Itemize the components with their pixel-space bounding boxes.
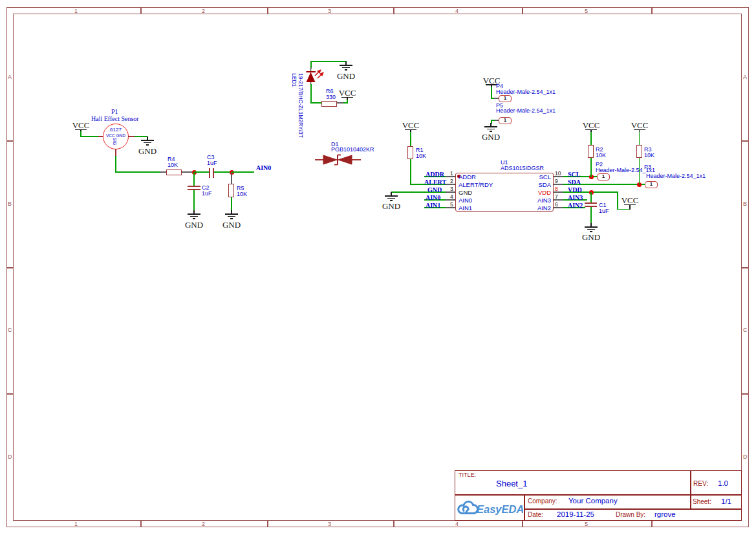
frame-tick bbox=[140, 7, 142, 14]
header-P5-pin[interactable]: 1 bbox=[499, 117, 512, 124]
c1-value[interactable]: 1uF bbox=[599, 208, 609, 214]
wire[interactable] bbox=[590, 192, 592, 202]
resistor-R6[interactable] bbox=[321, 101, 337, 107]
gnd-symbol[interactable] bbox=[484, 123, 497, 132]
hall-name[interactable]: Hall Effect Sensor bbox=[91, 115, 139, 122]
frame-tick bbox=[742, 267, 749, 268]
gnd-symbol[interactable] bbox=[340, 61, 352, 71]
led1-ref[interactable]: LED1 bbox=[291, 73, 297, 87]
resistor-R3[interactable] bbox=[636, 145, 642, 158]
rev-label: REV: bbox=[693, 480, 708, 487]
wire[interactable] bbox=[193, 190, 195, 210]
u1-value[interactable]: ADS1015IDGSR bbox=[501, 165, 544, 171]
resistor-R4[interactable] bbox=[166, 169, 182, 175]
wire[interactable] bbox=[347, 99, 348, 104]
net-label-ain2[interactable]: AIN2 bbox=[568, 202, 583, 209]
net-label-vdd[interactable]: VDD bbox=[568, 186, 582, 193]
wire[interactable] bbox=[590, 207, 592, 224]
resistor-R1[interactable] bbox=[407, 146, 413, 159]
sheet-title[interactable]: Sheet_1 bbox=[496, 479, 527, 488]
wire[interactable] bbox=[194, 171, 209, 173]
p5-value[interactable]: Header-Male-2.54_1x1 bbox=[496, 107, 556, 114]
r4-value[interactable]: 10K bbox=[167, 162, 178, 168]
c3-value[interactable]: 1uF bbox=[207, 160, 217, 166]
capacitor-C3-plate[interactable] bbox=[213, 168, 214, 178]
sheet-value[interactable]: 1/1 bbox=[721, 497, 731, 505]
pin-number: 10 bbox=[555, 170, 561, 177]
frame-row-label: D bbox=[743, 453, 748, 460]
net-label-alert[interactable]: ALERT bbox=[424, 179, 446, 186]
hall-ref[interactable]: P1 bbox=[111, 108, 118, 115]
gnd-flag[interactable]: GND bbox=[579, 232, 603, 243]
wire[interactable] bbox=[232, 171, 254, 173]
wire[interactable] bbox=[491, 87, 492, 99]
p4-value[interactable]: Header-Male-2.54_1x1 bbox=[496, 89, 556, 95]
p3-ref[interactable]: P3 bbox=[644, 164, 651, 170]
wire[interactable] bbox=[80, 136, 98, 137]
net-label-ain3[interactable]: AIN3 bbox=[568, 194, 583, 201]
wire[interactable] bbox=[231, 197, 232, 210]
gnd-symbol[interactable] bbox=[141, 136, 154, 146]
p3-value[interactable]: Header-Male-2.54_1x1 bbox=[646, 173, 706, 179]
date-label: Date: bbox=[528, 511, 543, 518]
wire[interactable] bbox=[639, 158, 640, 185]
wire[interactable] bbox=[410, 159, 411, 185]
capacitor-C2-plate[interactable] bbox=[188, 186, 200, 187]
net-label-scl[interactable]: SCL bbox=[568, 171, 580, 178]
easyeda-logo-text: EasyEDA bbox=[477, 503, 523, 515]
led-symbol[interactable] bbox=[303, 65, 329, 85]
gnd-flag[interactable]: GND bbox=[136, 146, 159, 157]
date-value[interactable]: 2019-11-25 bbox=[557, 510, 594, 518]
net-label-ain0[interactable]: AIN0 bbox=[256, 164, 271, 171]
gnd-flag[interactable]: GND bbox=[182, 220, 206, 230]
company-value[interactable]: Your Company bbox=[568, 497, 618, 505]
vcc-flag[interactable]: VCC bbox=[618, 195, 642, 206]
net-label-addr[interactable]: ADDR bbox=[426, 171, 444, 178]
wire[interactable] bbox=[193, 172, 195, 186]
d1-value[interactable]: PGB1010402KR bbox=[331, 146, 374, 153]
frame-tick bbox=[393, 7, 394, 14]
net-label-ain1[interactable]: AIN1 bbox=[426, 202, 440, 209]
capacitor-C3-plate[interactable] bbox=[209, 168, 210, 178]
r3-value[interactable]: 10K bbox=[644, 152, 654, 158]
net-label-gnd[interactable]: GND bbox=[427, 186, 442, 193]
c2-value[interactable]: 1uF bbox=[202, 190, 212, 197]
gnd-flag[interactable]: GND bbox=[220, 220, 243, 230]
wire[interactable] bbox=[639, 132, 640, 146]
header-P3-pin[interactable]: 1 bbox=[645, 181, 658, 188]
r2-value[interactable]: 10K bbox=[596, 152, 606, 158]
schematic-canvas[interactable]: 1 2 3 4 5 1 2 3 4 5 A B C D A B C D VCC … bbox=[0, 0, 756, 535]
gnd-symbol[interactable] bbox=[385, 192, 398, 201]
resistor-R2[interactable] bbox=[588, 145, 594, 158]
net-label-ain0-u1[interactable]: AIN0 bbox=[426, 194, 440, 201]
wire[interactable] bbox=[410, 132, 411, 147]
r6-value[interactable]: 330 bbox=[326, 94, 336, 100]
pin-name: ALERT/RDY bbox=[459, 181, 493, 188]
frame-tick bbox=[522, 7, 523, 14]
wire[interactable] bbox=[617, 209, 630, 210]
gnd-flag[interactable]: GND bbox=[479, 132, 502, 142]
wire[interactable] bbox=[590, 132, 592, 146]
r5-value[interactable]: 10K bbox=[237, 191, 247, 197]
drawn-by-value[interactable]: rgrove bbox=[654, 510, 676, 518]
rev-value[interactable]: 1.0 bbox=[718, 479, 728, 487]
gnd-symbol[interactable] bbox=[585, 223, 598, 232]
pin-number: 9 bbox=[555, 178, 558, 184]
vcc-flag[interactable]: VCC bbox=[336, 88, 359, 98]
gnd-symbol[interactable] bbox=[225, 210, 238, 219]
wire[interactable] bbox=[310, 84, 312, 104]
gnd-flag[interactable]: GND bbox=[334, 71, 358, 82]
wire[interactable] bbox=[115, 156, 116, 172]
gnd-flag[interactable]: GND bbox=[380, 201, 403, 212]
header-P2-pin[interactable]: 1 bbox=[597, 173, 610, 180]
header-P4-pin[interactable]: 1 bbox=[499, 95, 512, 102]
wire[interactable] bbox=[590, 158, 592, 177]
gnd-symbol[interactable] bbox=[188, 210, 200, 219]
wire[interactable] bbox=[115, 171, 160, 173]
resistor-R5[interactable] bbox=[228, 184, 234, 197]
r1-value[interactable]: 10K bbox=[416, 153, 426, 159]
net-label-sda[interactable]: SDA bbox=[568, 179, 581, 186]
capacitor-C1-plate[interactable] bbox=[585, 202, 597, 204]
tvs-diode-symbol[interactable] bbox=[314, 153, 363, 167]
wire[interactable] bbox=[310, 102, 321, 104]
